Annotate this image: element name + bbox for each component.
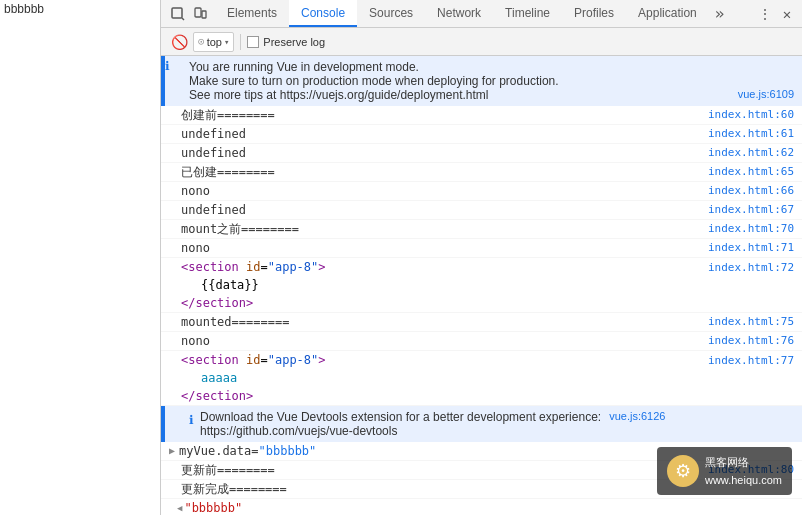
- svg-rect-2: [195, 8, 201, 17]
- tab-timeline[interactable]: Timeline: [493, 0, 562, 27]
- svg-rect-0: [172, 8, 182, 18]
- tab-bar: Elements Console Sources Network Timelin…: [161, 0, 802, 28]
- toolbar-divider: [240, 34, 241, 50]
- section-tag-close: </section>: [181, 295, 253, 311]
- log-link[interactable]: index.html:67: [708, 202, 794, 218]
- log-link[interactable]: index.html:72: [708, 258, 794, 276]
- console-toolbar: 🚫 ⊙ top ▾ Preserve log: [161, 28, 802, 56]
- log-text: 已创建========: [181, 164, 708, 180]
- tab-elements[interactable]: Elements: [215, 0, 289, 27]
- filter-icon: ⊙: [198, 35, 205, 48]
- myvue-value: "bbbbbb": [259, 443, 317, 459]
- log-text: nono: [181, 333, 708, 349]
- section-tag-close2: </section>: [181, 388, 253, 404]
- vue-info-link[interactable]: vue.js:6109: [738, 88, 794, 100]
- log-link[interactable]: index.html:71: [708, 240, 794, 256]
- log-entry: nono index.html:66: [161, 182, 802, 201]
- tab-network[interactable]: Network: [425, 0, 493, 27]
- filter-dropdown-icon[interactable]: ▾: [224, 37, 229, 47]
- svg-line-1: [182, 18, 184, 20]
- device-icon[interactable]: [189, 3, 211, 25]
- aaaaa-text: aaaaa: [201, 370, 237, 386]
- filter-wrapper: ⊙ top ▾: [193, 32, 234, 52]
- watermark-text: 黑客网络 www.heiqu.com: [705, 453, 782, 489]
- log-link[interactable]: index.html:75: [708, 314, 794, 330]
- log-link[interactable]: index.html:60: [708, 107, 794, 123]
- log-text: 更新前========: [181, 462, 708, 478]
- tabs: Elements Console Sources Network Timelin…: [215, 0, 709, 27]
- more-tabs-button[interactable]: »: [709, 4, 731, 23]
- more-options-button[interactable]: ⋮: [754, 3, 776, 25]
- download-text: Download the Vue Devtools extension for …: [200, 410, 601, 438]
- log-entry: mounted======== index.html:75: [161, 313, 802, 332]
- section-tag-open: <section id="app-8">: [181, 259, 326, 275]
- myvue-text: myVue.data=: [179, 443, 258, 459]
- vue-info-entry: ℹ You are running Vue in development mod…: [161, 56, 802, 106]
- log-entry: mount之前======== index.html:70: [161, 220, 802, 239]
- log-text: mounted========: [181, 314, 708, 330]
- download-notice: ℹ Download the Vue Devtools extension fo…: [161, 406, 802, 442]
- template-var: {{data}}: [201, 277, 259, 293]
- log-text: mount之前========: [181, 221, 708, 237]
- download-link[interactable]: vue.js:6126: [609, 410, 665, 422]
- tab-application[interactable]: Application: [626, 0, 709, 27]
- log-link[interactable]: index.html:70: [708, 221, 794, 237]
- result-entry: ◀ "bbbbbb": [161, 499, 802, 515]
- log-text: undefined: [181, 202, 708, 218]
- log-entry: 已创建======== index.html:65: [161, 163, 802, 182]
- result-value: "bbbbbb": [184, 500, 242, 515]
- preserve-log-checkbox[interactable]: [247, 36, 259, 48]
- log-text: undefined: [181, 145, 708, 161]
- close-devtools-button[interactable]: ✕: [776, 3, 798, 25]
- clear-console-button[interactable]: 🚫: [169, 32, 189, 52]
- log-entry: undefined index.html:62: [161, 144, 802, 163]
- log-link[interactable]: index.html:61: [708, 126, 794, 142]
- log-entry: undefined index.html:67: [161, 201, 802, 220]
- log-section-entry: index.html:72 <section id="app-8"> {{dat…: [161, 258, 802, 313]
- info-icon: ℹ: [165, 59, 170, 73]
- expand-triangle-icon[interactable]: ▶: [169, 443, 175, 459]
- result-expand-icon: ◀: [177, 500, 182, 515]
- download-info-icon: ℹ: [189, 413, 194, 427]
- inspect-icon[interactable]: [167, 3, 189, 25]
- log-link[interactable]: index.html:66: [708, 183, 794, 199]
- log-link[interactable]: index.html:77: [708, 351, 794, 369]
- log-section-entry-2: index.html:77 <section id="app-8"> aaaaa…: [161, 351, 802, 406]
- log-text: nono: [181, 240, 708, 256]
- tab-console[interactable]: Console: [289, 0, 357, 27]
- log-link[interactable]: index.html:62: [708, 145, 794, 161]
- log-entry: nono index.html:71: [161, 239, 802, 258]
- log-link[interactable]: index.html:65: [708, 164, 794, 180]
- log-link[interactable]: index.html:76: [708, 333, 794, 349]
- watermark-logo: ⚙: [667, 455, 699, 487]
- preserve-log-wrapper[interactable]: Preserve log: [247, 36, 325, 48]
- log-text: nono: [181, 183, 708, 199]
- watermark: ⚙ 黑客网络 www.heiqu.com: [657, 447, 792, 495]
- preserve-log-label: Preserve log: [263, 36, 325, 48]
- log-entry: nono index.html:76: [161, 332, 802, 351]
- app-label: bbbbbb: [4, 2, 44, 16]
- log-text: undefined: [181, 126, 708, 142]
- log-entry: 创建前======== index.html:60: [161, 106, 802, 125]
- log-entry: undefined index.html:61: [161, 125, 802, 144]
- tab-sources[interactable]: Sources: [357, 0, 425, 27]
- filter-value: top: [207, 36, 222, 48]
- tab-profiles[interactable]: Profiles: [562, 0, 626, 27]
- vue-info-text: You are running Vue in development mode.…: [189, 60, 559, 102]
- svg-rect-3: [202, 11, 206, 18]
- section-tag-open2: <section id="app-8">: [181, 352, 326, 368]
- log-text: 创建前========: [181, 107, 708, 123]
